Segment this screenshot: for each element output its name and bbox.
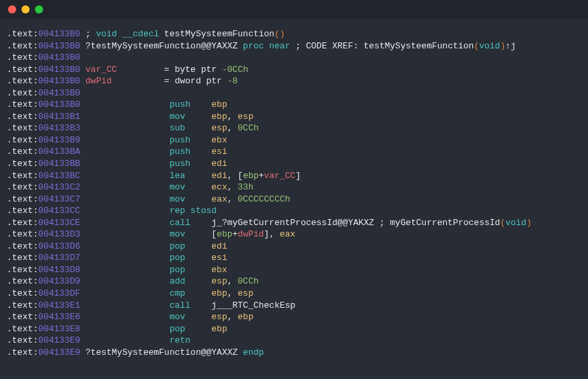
asm-line: .text:004133E9 retn (7, 335, 581, 347)
asm-line: .text:004133CC rep stosd (7, 205, 581, 217)
asm-line: .text:004133C2 mov ecx, 33h (7, 181, 581, 194)
disassembly-listing: .text:004133B0 ; void __cdecl testMySyst… (0, 19, 588, 368)
asm-line: .text:004133D9 add esp, 0CCh (7, 276, 581, 288)
asm-line: .text:004133B0 (7, 87, 581, 99)
asm-line: .text:004133E8 pop ebp (7, 323, 581, 335)
asm-line: .text:004133BA push esi (7, 146, 581, 158)
minimize-icon[interactable] (22, 5, 30, 13)
asm-line: .text:004133D8 pop ebx (7, 264, 581, 276)
asm-line: .text:004133E6 mov esp, ebp (7, 311, 581, 323)
asm-line: .text:004133E1 call j___RTC_CheckEsp (7, 300, 581, 312)
asm-line: .text:004133D7 pop esi (7, 252, 581, 264)
asm-line: .text:004133B9 push ebx (7, 134, 581, 146)
asm-line: .text:004133B0 var_CC = byte ptr -0CCh (7, 64, 581, 76)
asm-line: .text:004133DF cmp ebp, esp (7, 288, 581, 300)
asm-line: .text:004133BC lea edi, [ebp+var_CC] (7, 170, 581, 182)
window-titlebar (0, 0, 588, 19)
asm-line: .text:004133B0 push ebp (7, 99, 581, 111)
asm-line: .text:004133B0 ; void __cdecl testMySyst… (7, 28, 581, 40)
asm-line: .text:004133BB push edi (7, 158, 581, 170)
asm-line: .text:004133B0 dwPid = dword ptr -8 (7, 75, 581, 87)
asm-line: .text:004133B1 mov ebp, esp (7, 111, 581, 123)
close-icon[interactable] (8, 5, 16, 13)
asm-line: .text:004133B0 (7, 52, 581, 64)
asm-line: .text:004133E9 ?testMySysteemFunction@@Y… (7, 347, 581, 359)
asm-line: .text:004133B0 ?testMySysteemFunction@@Y… (7, 40, 581, 52)
asm-line: .text:004133D3 mov [ebp+dwPid], eax (7, 228, 581, 241)
asm-line: .text:004133CE call j_?myGetCurrentProce… (7, 217, 581, 229)
asm-line: .text:004133B3 sub esp, 0CCh (7, 122, 581, 134)
asm-line: .text:004133C7 mov eax, 0CCCCCCCCh (7, 194, 581, 206)
maximize-icon[interactable] (35, 5, 43, 13)
asm-line: .text:004133D6 pop edi (7, 241, 581, 253)
